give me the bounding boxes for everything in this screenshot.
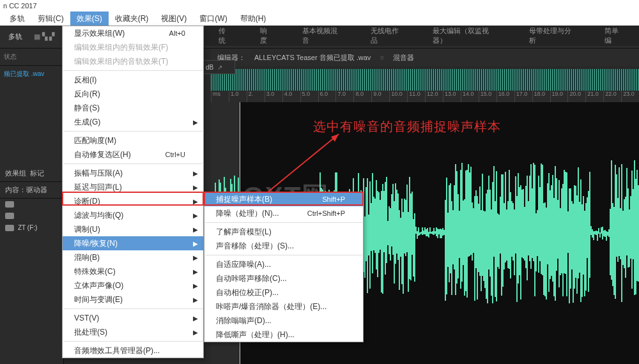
menu-item[interactable]: 消除嗡嗡声(D)... xyxy=(204,314,363,328)
menu-item[interactable]: 音频增效工具管理器(P)... xyxy=(63,344,203,358)
content-row[interactable]: 内容：驱动器 xyxy=(0,182,63,199)
noise-submenu[interactable]: 捕捉噪声样本(B)Shift+P降噪（处理）(N)...Ctrl+Shift+P… xyxy=(204,192,364,342)
menu-item[interactable]: 多轨 xyxy=(3,11,31,26)
chevron-right-icon: ▶ xyxy=(193,296,198,303)
menu-item[interactable]: 滤波与均衡(Q)▶ xyxy=(63,208,203,222)
chevron-right-icon: ▶ xyxy=(193,212,198,219)
menu-item[interactable]: 自适应降噪(A)... xyxy=(204,257,363,271)
menu-item[interactable]: 效果(S) xyxy=(70,11,109,26)
menu-item[interactable]: 视图(V) xyxy=(155,11,193,26)
menu-item[interactable]: 反相(I) xyxy=(63,73,203,87)
menu-item: 编辑效果组内的音轨效果(T) xyxy=(63,54,203,68)
chevron-right-icon: ▶ xyxy=(193,329,198,336)
menu-item[interactable]: VST(V)▶ xyxy=(63,311,203,325)
menu-item[interactable]: 显示效果组(W)Alt+0 xyxy=(63,26,203,40)
time-ruler[interactable]: ms1.02.3.04.05.06.07.08.09.010.011.012.0… xyxy=(211,91,639,102)
menu-item[interactable]: 反向(R) xyxy=(63,87,203,101)
chevron-right-icon: ▶ xyxy=(193,170,198,177)
effects-menu[interactable]: 显示效果组(W)Alt+0编辑效果组内的剪辑效果(F)编辑效果组内的音轨效果(T… xyxy=(62,26,204,358)
drive-item[interactable] xyxy=(0,199,63,210)
menu-item[interactable]: 降噪（处理）(N)...Ctrl+Shift+P xyxy=(204,206,363,220)
editor-tabs[interactable]: 编辑器：ALLEYCATS Teaser 音频已提取 .wav ≡ 混音器 xyxy=(211,49,639,66)
menu-item[interactable]: 剪辑(C) xyxy=(31,11,70,26)
arrow-icon: ↗ xyxy=(217,64,222,71)
toolbar-tab[interactable]: 多轨 xyxy=(3,32,27,42)
panel-tabs[interactable]: 效果组 标记 xyxy=(0,165,63,182)
menu-item[interactable]: 自动相位校正(P)... xyxy=(204,285,363,300)
menu-item[interactable]: 延迟与回声(L)▶ xyxy=(63,180,203,194)
menu-item[interactable]: 捕捉噪声样本(B)Shift+P xyxy=(204,192,363,206)
menu-item[interactable]: 时间与变调(E)▶ xyxy=(63,292,203,307)
menu-item[interactable]: 自动修复选区(H)Ctrl+U xyxy=(63,148,203,162)
drive-icon xyxy=(5,213,14,219)
workspace-tab[interactable]: 基本视频混音 xyxy=(288,26,357,45)
left-panel: 状态 频已提取 .wav 效果组 标记 内容：驱动器 ZT (F:) xyxy=(0,49,64,364)
menu-item[interactable]: 静音(S) xyxy=(63,101,203,115)
menu-item: 编辑效果组内的剪辑效果(F) xyxy=(63,40,203,54)
workspace-tab[interactable]: 传统 xyxy=(204,26,246,45)
title-bar: n CC 2017 xyxy=(0,0,639,11)
menu-item[interactable]: 匹配响度(M) xyxy=(63,133,203,148)
chevron-right-icon: ▶ xyxy=(193,254,198,261)
menu-item[interactable]: 立体声声像(O)▶ xyxy=(63,278,203,292)
chevron-right-icon: ▶ xyxy=(193,282,198,289)
waveform-overview[interactable] xyxy=(211,69,639,91)
menu-item[interactable]: 降低嘶声（处理）(H)... xyxy=(204,328,363,342)
menu-item[interactable]: 收藏夹(R) xyxy=(109,11,155,26)
menu-item[interactable]: 特殊效果(C)▶ xyxy=(63,264,203,278)
menu-item[interactable]: 窗口(W) xyxy=(193,11,233,26)
chevron-right-icon: ▶ xyxy=(193,184,198,191)
workspace-tab[interactable]: 响度 xyxy=(246,26,288,45)
chevron-right-icon: ▶ xyxy=(193,119,198,126)
menu-item[interactable]: 混响(B)▶ xyxy=(63,250,203,264)
menu-item[interactable]: 声音移除（处理）(S)... xyxy=(204,239,363,253)
menu-item[interactable]: 生成(G)▶ xyxy=(63,115,203,129)
toolbar-icons[interactable]: ▦ ▚ ▞ xyxy=(34,33,54,41)
status-label: 状态 xyxy=(0,49,63,66)
menu-icon[interactable]: ≡ xyxy=(380,54,383,61)
workspace-tab[interactable]: 简单编 xyxy=(590,26,639,45)
drive-item[interactable] xyxy=(0,210,63,222)
workspace-switcher: 传统响度基本视频混音无线电作品最大编辑（双监视器）母带处理与分析简单编 xyxy=(204,26,639,46)
file-item[interactable]: 频已提取 .wav xyxy=(0,66,63,82)
chevron-right-icon: ▶ xyxy=(193,226,198,233)
workspace-tab[interactable]: 无线电作品 xyxy=(357,26,419,45)
chevron-right-icon: ▶ xyxy=(193,198,198,205)
menu-item[interactable]: 诊断(D)▶ xyxy=(63,194,203,208)
workspace-tab[interactable]: 母带处理与分析 xyxy=(515,26,590,45)
chevron-right-icon: ▶ xyxy=(193,315,198,322)
chevron-right-icon: ▶ xyxy=(193,240,198,247)
menu-item[interactable]: 振幅与压限(A)▶ xyxy=(63,166,203,180)
menu-item[interactable]: 调制(U)▶ xyxy=(63,222,203,236)
menu-item[interactable]: 自动咔嗒声移除(C)... xyxy=(204,271,363,285)
menu-item[interactable]: 了解声音模型(L) xyxy=(204,225,363,239)
drive-icon xyxy=(5,201,14,208)
chevron-right-icon: ▶ xyxy=(193,268,198,275)
menu-bar: 多轨剪辑(C)效果(S)收藏夹(R)视图(V)窗口(W)帮助(H) xyxy=(0,11,639,26)
menu-item[interactable]: 批处理(S)▶ xyxy=(63,325,203,339)
annotation-text: 选中有噪音的音频捕捉噪声样本 xyxy=(313,118,501,135)
menu-item[interactable]: 帮助(H) xyxy=(234,11,273,26)
drive-icon xyxy=(5,225,14,231)
drive-item[interactable]: ZT (F:) xyxy=(0,222,63,234)
menu-item[interactable]: 降噪/恢复(N)▶ xyxy=(63,236,203,250)
workspace-tab[interactable]: 最大编辑（双监视器） xyxy=(419,26,514,45)
menu-item[interactable]: 咔嗒声/爆音消除器（处理）(E)... xyxy=(204,300,363,314)
